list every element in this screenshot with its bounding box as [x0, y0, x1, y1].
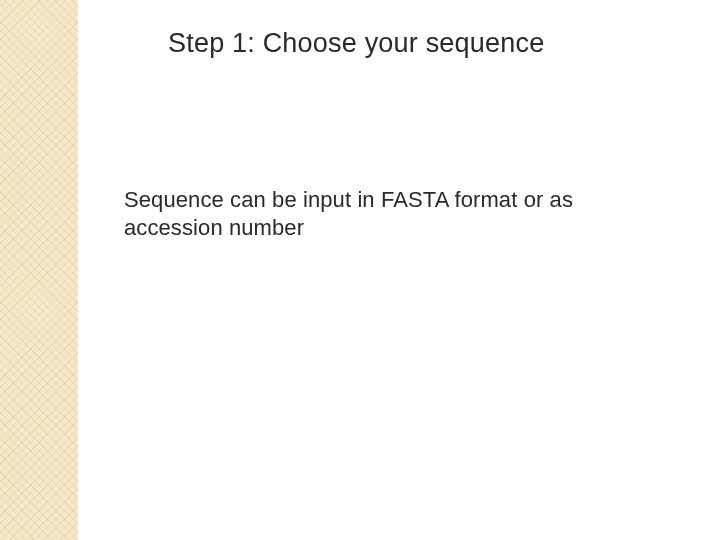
slide-title: Step 1: Choose your sequence	[168, 28, 544, 59]
slide-content: Step 1: Choose your sequence Sequence ca…	[78, 0, 720, 540]
slide-body-text: Sequence can be input in FASTA format or…	[124, 186, 660, 241]
decorative-sidebar	[0, 0, 78, 540]
